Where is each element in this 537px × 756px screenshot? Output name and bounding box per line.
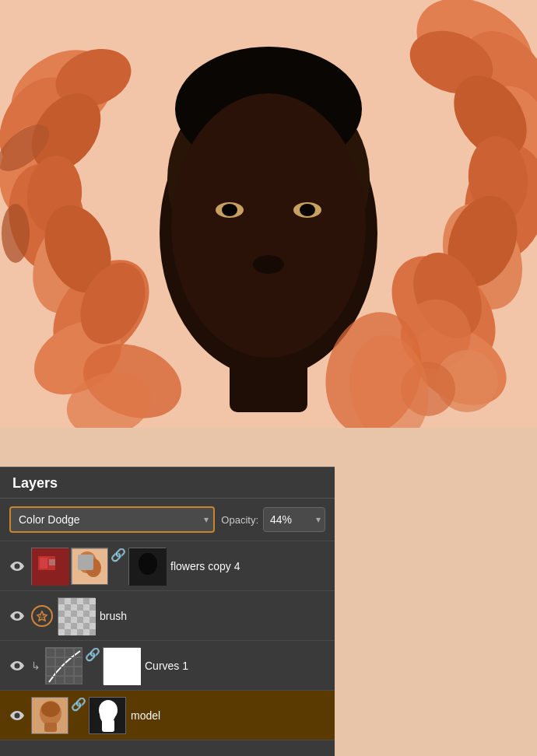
layers-panel: Layers Normal Dissolve Darken Multiply C… (0, 467, 335, 756)
visibility-icon-brush[interactable] (8, 607, 26, 625)
svg-rect-93 (102, 719, 114, 732)
blend-mode-select[interactable]: Normal Dissolve Darken Multiply Color Bu… (9, 506, 215, 533)
svg-point-45 (15, 563, 20, 569)
svg-rect-70 (90, 617, 96, 623)
thumb-floral-flowers-copy-4 (71, 548, 108, 585)
svg-rect-59 (58, 598, 65, 604)
svg-rect-85 (104, 648, 141, 685)
chain-icon-model: 🔗 (71, 697, 86, 734)
thumb-group-curves-1: 🔗 (45, 647, 140, 684)
canvas-background (0, 0, 537, 428)
svg-rect-67 (83, 611, 90, 617)
svg-rect-72 (71, 623, 77, 629)
layer-row-flowers-copy-4[interactable]: 🔗 flowers copy 4 (0, 541, 335, 591)
svg-rect-75 (77, 629, 83, 635)
svg-rect-68 (65, 617, 71, 623)
svg-rect-64 (90, 604, 96, 611)
opacity-wrapper: 100% 90% 80% 70% 60% 50% 44% 30% 20% 10%… (263, 507, 325, 532)
brush-orange-circle-icon: ↺ (31, 605, 53, 627)
thumb-model-color (31, 697, 68, 734)
layer-row-brush[interactable]: ↺ (0, 591, 335, 641)
svg-rect-76 (90, 629, 96, 635)
svg-rect-78 (46, 648, 82, 684)
svg-rect-71 (58, 623, 65, 629)
layers-panel-title: Layers (12, 475, 58, 491)
thumb-mask-flowers-copy-4 (128, 548, 166, 585)
svg-rect-74 (65, 629, 71, 635)
blend-opacity-row: Normal Dissolve Darken Multiply Color Bu… (0, 499, 335, 541)
thumb-brush (58, 597, 95, 635)
visibility-icon-curves-1[interactable] (8, 656, 26, 675)
svg-point-86 (15, 712, 20, 718)
svg-rect-63 (77, 604, 83, 611)
layer-name-curves-1: Curves 1 (145, 660, 327, 672)
thumb-mask-curves-1 (103, 647, 140, 684)
svg-point-52 (86, 558, 101, 577)
layers-panel-header: Layers (0, 467, 335, 499)
visibility-icon-flowers-copy-4[interactable] (8, 557, 26, 576)
thumb-group-model: 🔗 (31, 697, 126, 734)
svg-point-77 (15, 663, 20, 668)
panel-bottom-bar (0, 740, 335, 756)
chain-icon-curves-1: 🔗 (85, 647, 100, 684)
opacity-section: Opacity: 100% 90% 80% 70% 60% 50% 44% 30… (221, 507, 325, 532)
layer-name-model: model (131, 709, 327, 722)
thumb-model-mask (89, 697, 126, 734)
svg-rect-49 (49, 559, 55, 565)
svg-point-89 (41, 702, 60, 717)
svg-point-55 (139, 553, 157, 575)
svg-text:↺: ↺ (40, 613, 45, 620)
layer-name-flowers-copy-4: flowers copy 4 (170, 560, 327, 572)
layer-name-brush: brush (100, 610, 327, 622)
blend-mode-wrapper: Normal Dissolve Darken Multiply Color Bu… (9, 506, 215, 533)
layer-row-model[interactable]: 🔗 model (0, 691, 335, 740)
svg-rect-73 (83, 623, 90, 629)
svg-point-92 (99, 700, 118, 720)
svg-rect-66 (71, 611, 77, 617)
thumb-color-flowers-copy-4 (31, 548, 68, 585)
indent-arrow-icon-curves-1: ↳ (31, 660, 40, 672)
chain-icon-flowers-copy-4: 🔗 (111, 548, 126, 585)
svg-rect-65 (58, 611, 65, 617)
canvas-area (0, 0, 537, 428)
svg-rect-48 (40, 558, 47, 569)
svg-point-56 (15, 613, 20, 618)
thumb-group-brush (58, 597, 95, 635)
svg-rect-62 (65, 604, 71, 611)
opacity-label: Opacity: (221, 514, 258, 526)
svg-rect-90 (44, 723, 57, 732)
svg-rect-60 (71, 598, 77, 604)
thumb-curves-icon (45, 647, 82, 684)
thumb-group-flowers-copy-4: 🔗 (31, 548, 166, 585)
svg-rect-61 (83, 598, 90, 604)
svg-rect-69 (77, 617, 83, 623)
layer-row-curves-1[interactable]: ↳ 🔗 (0, 641, 335, 691)
opacity-select[interactable]: 100% 90% 80% 70% 60% 50% 44% 30% 20% 10% (263, 507, 325, 532)
visibility-icon-model[interactable] (8, 706, 26, 725)
